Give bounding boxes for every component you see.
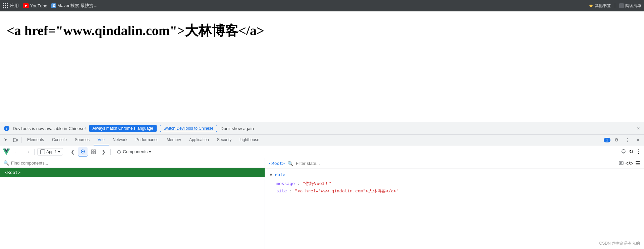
vue-bar: ← → App 1 ▾ ❮ ❯ Components xyxy=(0,145,644,158)
reader-icon xyxy=(619,3,624,8)
switch-devtools-button[interactable]: Switch DevTools to Chinese xyxy=(160,125,217,132)
info-icon: i xyxy=(4,126,9,131)
settings-icon[interactable]: ⚙ xyxy=(612,135,621,145)
more-icon[interactable]: ⋮ xyxy=(623,135,632,145)
vue-logo xyxy=(3,148,10,155)
devtools-tabs: Elements Console Sources Vue Network Per… xyxy=(0,135,644,145)
forward-arrow[interactable]: → xyxy=(23,148,32,156)
vue-bar-divider2 xyxy=(66,149,66,155)
root-label: <Root> xyxy=(5,170,20,175)
left-panel: 🔍 <Root> xyxy=(0,158,265,249)
component-icon xyxy=(40,149,45,154)
devtools-close-icon[interactable]: × xyxy=(633,135,643,145)
tab-security[interactable]: Security xyxy=(213,135,235,145)
device-icon[interactable] xyxy=(11,135,20,145)
watermark: CSDN @生命是有光的 xyxy=(599,241,640,246)
dont-show-link[interactable]: Don't show again xyxy=(220,126,254,131)
components-chevron: ▾ xyxy=(149,149,151,154)
components-icon xyxy=(117,149,121,154)
component-tree-icon[interactable] xyxy=(78,147,88,157)
svg-rect-6 xyxy=(92,152,93,154)
chrome-bar-right: 其他书签 阅读清单 xyxy=(589,3,641,9)
inspect-icon[interactable] xyxy=(1,135,11,145)
tab-performance[interactable]: Performance xyxy=(131,135,163,145)
next-chevron[interactable]: ❯ xyxy=(100,148,108,156)
watermark-text: CSDN @生命是有光的 xyxy=(599,241,640,246)
youtube-label: YouTube xyxy=(30,3,47,8)
maven-bookmark[interactable]: 源 Maven搜索-最快捷... xyxy=(51,3,97,9)
inspect-component-icon[interactable] xyxy=(621,148,626,155)
bookmarks-label: 其他书签 xyxy=(595,3,611,9)
vue-badge: 1 xyxy=(604,138,610,142)
tab-console[interactable]: Console xyxy=(48,135,71,145)
more-vue-icon[interactable]: ⋮ xyxy=(636,148,641,155)
site-colon: : xyxy=(289,188,295,193)
message-key: message xyxy=(276,181,295,186)
tab-elements[interactable]: Elements xyxy=(23,135,48,145)
vue-bar-right: ↻ ⋮ xyxy=(621,148,641,155)
components-dropdown[interactable]: Components ▾ xyxy=(113,148,155,155)
prev-chevron[interactable]: ❮ xyxy=(69,148,77,156)
maven-icon: 源 xyxy=(51,3,56,8)
back-arrow[interactable]: ← xyxy=(13,148,21,156)
devtools-notification: i DevTools is now available in Chinese! … xyxy=(0,122,644,135)
tab-sources[interactable]: Sources xyxy=(71,135,94,145)
tab-application[interactable]: Application xyxy=(185,135,213,145)
component-list: <Root> xyxy=(0,168,265,249)
app-selector[interactable]: App 1 ▾ xyxy=(37,148,63,155)
data-label: data xyxy=(275,172,285,177)
vue-bar-divider3 xyxy=(110,149,111,155)
tab-divider xyxy=(21,137,22,143)
chevron-nav: ❮ ❯ xyxy=(69,147,108,157)
find-components-input[interactable] xyxy=(11,161,261,166)
youtube-bookmark[interactable]: YouTube xyxy=(23,3,47,8)
svg-rect-0 xyxy=(13,138,16,142)
grid-icon[interactable] xyxy=(89,147,98,157)
search-bar: 🔍 xyxy=(0,158,265,168)
apps-label: 应用 xyxy=(10,3,19,9)
reader-label: 阅读清单 xyxy=(625,3,641,9)
tab-network[interactable]: Network xyxy=(109,135,131,145)
maven-label: Maven搜索-最快捷... xyxy=(57,3,97,9)
bookmark-icon xyxy=(589,3,593,8)
root-component-item[interactable]: <Root> xyxy=(0,168,265,177)
screenshot-icon[interactable] xyxy=(619,161,624,167)
site-row: site : "<a href="www.qindalin.com">大林博客<… xyxy=(270,187,639,195)
always-match-button[interactable]: Always match Chrome's language xyxy=(89,125,157,132)
data-section: ▼ data xyxy=(270,172,639,177)
right-panel: <Root> 🔍 </> ☰ ▼ data message xyxy=(265,158,644,249)
refresh-icon[interactable]: ↻ xyxy=(629,148,633,155)
page-content: <a href="www.qindalin.com">大林博客</a> xyxy=(0,11,644,122)
svg-rect-7 xyxy=(94,152,96,154)
app-label: App 1 xyxy=(46,149,57,154)
reader-mode[interactable]: 阅读清单 xyxy=(619,3,641,9)
divider xyxy=(615,3,615,8)
tab-vue[interactable]: Vue xyxy=(94,135,109,145)
svg-point-3 xyxy=(82,151,84,152)
site-key: site xyxy=(276,188,287,193)
panel-icon[interactable]: ☰ xyxy=(635,160,640,167)
tab-lighthouse[interactable]: Lighthouse xyxy=(235,135,263,145)
page-title: <a href="www.qindalin.com">大林博客</a> xyxy=(7,21,264,40)
svg-rect-5 xyxy=(94,150,96,151)
svg-point-8 xyxy=(622,149,625,153)
right-panel-header-icons: </> ☰ xyxy=(619,160,640,167)
svg-rect-4 xyxy=(92,150,93,151)
app-chevron: ▾ xyxy=(58,149,60,154)
data-expand[interactable]: ▼ xyxy=(270,172,272,177)
apps-bookmark[interactable]: 应用 xyxy=(3,3,19,9)
devtools-body: 🔍 <Root> <Root> 🔍 </> ☰ xyxy=(0,158,644,249)
notification-close[interactable]: × xyxy=(637,125,640,131)
apps-icon xyxy=(3,3,8,8)
chrome-bar-left: 应用 YouTube 源 Maven搜索-最快捷... xyxy=(3,3,586,9)
message-value: "你好Vue3！" xyxy=(303,181,331,186)
search-icon: 🔍 xyxy=(3,160,9,166)
filter-state-input[interactable] xyxy=(296,161,616,166)
notification-text: DevTools is now available in Chinese! xyxy=(13,126,86,131)
other-bookmarks[interactable]: 其他书签 xyxy=(589,3,611,9)
right-panel-body: ▼ data message : "你好Vue3！" site : "<a hr… xyxy=(265,169,644,198)
right-panel-header: <Root> 🔍 </> ☰ xyxy=(265,158,644,169)
tab-memory[interactable]: Memory xyxy=(163,135,185,145)
components-label: Components xyxy=(123,149,148,154)
code-icon[interactable]: </> xyxy=(626,161,633,167)
